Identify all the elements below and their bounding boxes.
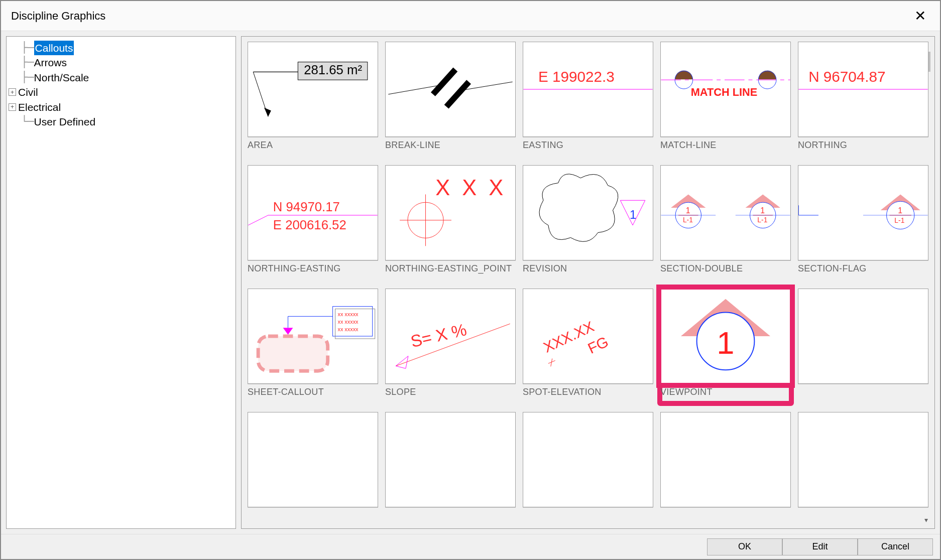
tile-preview: E 199022.3	[523, 42, 653, 137]
tree-item-arrows[interactable]: ├─ Arrows	[9, 55, 233, 70]
svg-line-17	[248, 215, 268, 225]
tree-item-north-scale[interactable]: ├─ North/Scale	[9, 70, 233, 85]
tile-preview: 281.65 m²	[248, 42, 378, 137]
tile-area[interactable]: 281.65 m² AREA	[248, 42, 378, 158]
tree-label: North/Scale	[34, 70, 89, 85]
tile-preview	[660, 412, 791, 507]
tile-label: SECTION-FLAG	[798, 263, 928, 274]
tile-preview: xx xxxxx xx xxxxx xx xxxxx	[248, 289, 378, 384]
tile-empty[interactable]	[798, 289, 928, 405]
cancel-button[interactable]: Cancel	[858, 538, 933, 555]
tile-preview: 1	[660, 289, 791, 384]
svg-text:L-1: L-1	[894, 216, 904, 224]
tree-label: Callouts	[34, 41, 74, 55]
tile-match-line[interactable]: MATCH LINE MATCH-LINE	[660, 42, 791, 158]
tile-viewpoint[interactable]: 1 VIEWPOINT	[660, 289, 791, 405]
expand-icon[interactable]: +	[9, 103, 16, 111]
tile-spot-elevation[interactable]: XXX.XX FG SPOT-ELEVATION	[523, 289, 653, 405]
tree-item-user-defined[interactable]: └─ User Defined	[9, 114, 233, 129]
tile-label: VIEWPOINT	[660, 387, 791, 397]
tile-preview: XXX.XX FG	[523, 289, 653, 384]
tile-section-flag[interactable]: 1 L-1 SECTION-FLAG	[798, 165, 928, 282]
tile-break-line[interactable]: BREAK-LINE	[385, 42, 516, 158]
tree-label: User Defined	[34, 114, 96, 129]
tile-preview: S= X %	[385, 289, 516, 384]
tile-preview	[798, 289, 928, 384]
tile-northing[interactable]: N 96704.87 NORTHING	[798, 42, 928, 158]
tile-label: NORTHING-EASTING_POINT	[385, 263, 516, 274]
svg-text:X X X: X X X	[435, 176, 506, 200]
tile-easting[interactable]: E 199022.3 EASTING	[523, 42, 653, 158]
svg-text:281.65 m²: 281.65 m²	[304, 63, 362, 77]
svg-text:1: 1	[717, 325, 734, 360]
tree-item-callouts[interactable]: ├─ Callouts	[9, 41, 233, 55]
tile-label: SHEET-CALLOUT	[248, 387, 378, 397]
svg-text:FG: FG	[585, 333, 611, 357]
tile-empty[interactable]	[798, 412, 928, 528]
tile-empty[interactable]	[248, 412, 378, 528]
tile-label: BREAK-LINE	[385, 140, 516, 151]
tile-northing-easting-point[interactable]: X X X NORTHING-EASTING_POINT	[385, 165, 516, 282]
tile-preview: 1 L-1 1 L-1	[660, 165, 791, 260]
tile-empty[interactable]	[660, 412, 791, 528]
tile-preview	[385, 42, 516, 137]
svg-text:E  199022.3: E 199022.3	[538, 68, 615, 85]
tree-sidebar: ├─ Callouts ├─ Arrows ├─ North/Scale + C…	[6, 36, 236, 529]
tile-sheet-callout[interactable]: xx xxxxx xx xxxxx xx xxxxx SHEET-CALLOUT	[248, 289, 378, 405]
tile-northing-easting[interactable]: N 94970.17 E 200616.52 NORTHING-EASTING	[248, 165, 378, 282]
tile-slope[interactable]: S= X % SLOPE	[385, 289, 516, 405]
tile-label: SLOPE	[385, 387, 516, 397]
tile-label: SECTION-DOUBLE	[660, 263, 791, 274]
svg-text:1: 1	[630, 208, 636, 221]
tile-section-double[interactable]: 1 L-1 1 L-1 SECTION-DOUBLE	[660, 165, 791, 282]
tree-label: Electrical	[18, 100, 61, 114]
edit-button[interactable]: Edit	[782, 538, 858, 555]
tile-preview: MATCH LINE	[660, 42, 791, 137]
svg-text:1: 1	[898, 206, 902, 215]
tile-preview: N 94970.17 E 200616.52	[248, 165, 378, 260]
titlebar: Discipline Graphics ✕	[1, 1, 940, 31]
scroll-down-icon[interactable]: ▾	[920, 514, 931, 525]
ok-button[interactable]: OK	[707, 538, 782, 555]
close-icon[interactable]: ✕	[910, 8, 930, 24]
tree-item-civil[interactable]: + Civil	[9, 85, 233, 99]
svg-text:N  94970.17: N 94970.17	[273, 200, 340, 214]
svg-text:E  200616.52: E 200616.52	[273, 218, 346, 232]
tile-preview: 1	[523, 165, 653, 260]
tree-label: Arrows	[34, 55, 67, 70]
svg-text:1: 1	[760, 206, 765, 215]
svg-line-7	[446, 82, 469, 106]
tree-label: Civil	[18, 85, 38, 99]
expand-icon[interactable]: +	[9, 88, 16, 96]
svg-text:XXX.XX: XXX.XX	[541, 318, 597, 355]
graphics-grid: 281.65 m² AREA	[248, 42, 928, 528]
dialog-footer: OK Edit Cancel	[1, 534, 940, 559]
svg-text:L-1: L-1	[757, 216, 767, 224]
svg-text:S=    X %: S= X %	[409, 320, 468, 351]
tile-empty[interactable]	[385, 412, 516, 528]
tile-label: REVISION	[523, 263, 653, 274]
svg-text:xx xxxxx: xx xxxxx	[337, 311, 359, 317]
svg-text:xx xxxxx: xx xxxxx	[337, 319, 359, 325]
tile-preview	[248, 412, 378, 507]
svg-marker-4	[264, 108, 271, 117]
tile-empty[interactable]	[523, 412, 653, 528]
svg-text:L-1: L-1	[683, 216, 693, 224]
tile-preview: N 96704.87	[798, 42, 928, 137]
tile-preview	[385, 412, 516, 507]
svg-line-6	[433, 69, 455, 94]
tile-preview: X X X	[385, 165, 516, 260]
tile-label: SPOT-ELEVATION	[523, 387, 653, 397]
tree-item-electrical[interactable]: + Electrical	[9, 100, 233, 114]
dialog-window: Discipline Graphics ✕ ├─ Callouts ├─ Arr…	[0, 0, 941, 560]
svg-text:N  96704.87: N 96704.87	[808, 68, 885, 85]
svg-text:xx xxxxx: xx xxxxx	[337, 326, 359, 332]
tile-revision[interactable]: 1 REVISION	[523, 165, 653, 282]
window-title: Discipline Graphics	[11, 10, 910, 23]
tile-preview	[798, 412, 928, 507]
tile-label: NORTHING-EASTING	[248, 263, 378, 274]
tile-preview	[523, 412, 653, 507]
svg-rect-47	[258, 336, 328, 371]
tile-label: MATCH-LINE	[660, 140, 791, 151]
tile-label: AREA	[248, 140, 378, 151]
